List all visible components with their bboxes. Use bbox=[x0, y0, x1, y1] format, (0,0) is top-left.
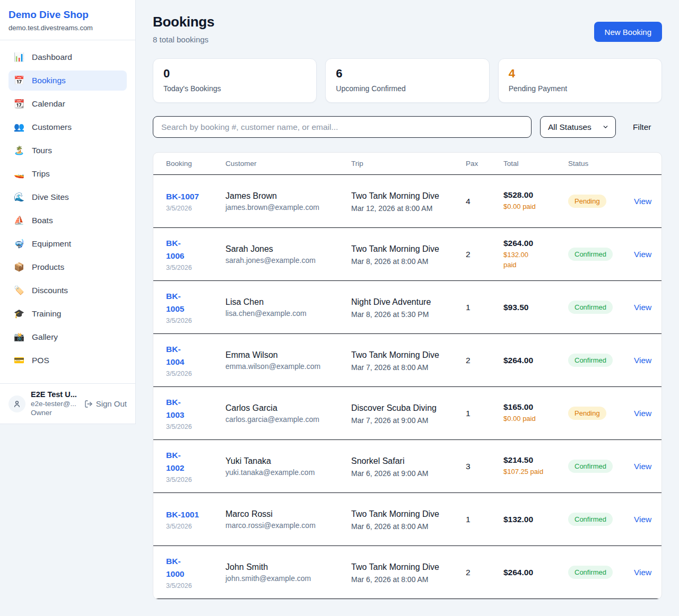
nav-item-icon: 📊 bbox=[13, 53, 25, 61]
actions-cell: View bbox=[634, 197, 651, 206]
customer-email: james.brown@example.com bbox=[225, 203, 351, 212]
search-input[interactable] bbox=[153, 116, 532, 138]
nav-item-icon: 🤿 bbox=[13, 240, 25, 248]
status-cell: Confirmed bbox=[568, 566, 634, 579]
sidebar-user-footer: E2E Test U... e2e-tester@... Owner Sign … bbox=[0, 383, 135, 424]
view-link[interactable]: View bbox=[634, 250, 651, 259]
booking-created-date: 3/5/2026 bbox=[166, 523, 225, 530]
booking-id-link[interactable]: BK-1003 bbox=[166, 396, 184, 421]
nav-item-label: Equipment bbox=[32, 239, 71, 249]
booking-created-date: 3/5/2026 bbox=[166, 205, 225, 212]
nav-item-icon: 🌊 bbox=[13, 193, 25, 201]
sidebar-item-bookings[interactable]: 📅 Bookings bbox=[8, 71, 127, 91]
status-badge: Confirmed bbox=[568, 354, 613, 367]
sidebar-item-equipment[interactable]: 🤿 Equipment bbox=[8, 234, 127, 254]
total-amount: $264.00 bbox=[503, 239, 568, 248]
sidebar-item-pos[interactable]: 💳 POS bbox=[8, 350, 127, 371]
sidebar-item-discounts[interactable]: 🏷️ Discounts bbox=[8, 280, 127, 301]
status-badge: Confirmed bbox=[568, 248, 613, 261]
brand-name: Demo Dive Shop bbox=[8, 9, 127, 21]
customer-cell: Emma Wilson emma.wilson@example.com bbox=[225, 350, 351, 371]
nav-item-icon: 🎓 bbox=[13, 310, 25, 318]
status-cell: Confirmed bbox=[568, 248, 634, 261]
trip-datetime: Mar 8, 2026 at 8:00 AM bbox=[351, 257, 466, 266]
booking-cell: BK-1003 3/5/2026 bbox=[166, 396, 225, 430]
trip-name: Two Tank Morning Dive bbox=[351, 561, 442, 574]
status-cell: Confirmed bbox=[568, 301, 634, 314]
booking-created-date: 3/5/2026 bbox=[166, 370, 225, 377]
actions-cell: View bbox=[634, 303, 651, 312]
new-booking-button[interactable]: New Booking bbox=[594, 22, 662, 42]
view-link[interactable]: View bbox=[634, 356, 651, 365]
filter-button[interactable]: Filter bbox=[624, 122, 659, 132]
view-link[interactable]: View bbox=[634, 197, 651, 206]
sign-out-icon bbox=[84, 400, 93, 408]
column-header-status: Status bbox=[568, 160, 634, 168]
booking-id-link[interactable]: BK-1005 bbox=[166, 290, 184, 315]
total-cell: $214.50 $107.25 paid bbox=[503, 455, 568, 477]
sidebar-item-customers[interactable]: 👥 Customers bbox=[8, 117, 127, 137]
status-cell: Confirmed bbox=[568, 513, 634, 526]
customer-name: Sarah Jones bbox=[225, 244, 351, 254]
booking-created-date: 3/5/2026 bbox=[166, 582, 225, 589]
total-cell: $264.00 bbox=[503, 356, 568, 365]
actions-cell: View bbox=[634, 515, 651, 524]
nav-item-label: Dive Sites bbox=[32, 192, 69, 202]
main-content: Bookings 8 total bookings New Booking 0 … bbox=[136, 0, 679, 600]
customer-cell: Carlos Garcia carlos.garcia@example.com bbox=[225, 403, 351, 424]
status-select[interactable]: All Statuses bbox=[540, 116, 616, 138]
actions-cell: View bbox=[634, 409, 651, 418]
customer-cell: John Smith john.smith@example.com bbox=[225, 562, 351, 583]
booking-id-link[interactable]: BK-1001 bbox=[166, 508, 199, 521]
pax-count: 2 bbox=[466, 250, 503, 259]
total-amount: $264.00 bbox=[503, 568, 568, 577]
booking-id-link[interactable]: BK-1000 bbox=[166, 555, 184, 580]
booking-cell: BK-1007 3/5/2026 bbox=[166, 190, 225, 212]
view-link[interactable]: View bbox=[634, 515, 651, 524]
nav-item-icon: 📅 bbox=[13, 76, 25, 85]
pax-count: 1 bbox=[466, 409, 503, 418]
sidebar-item-boats[interactable]: ⛵ Boats bbox=[8, 210, 127, 231]
sidebar-item-gallery[interactable]: 📸 Gallery bbox=[8, 327, 127, 347]
stat-label: Upcoming Confirmed bbox=[336, 84, 478, 93]
sign-out-button[interactable]: Sign Out bbox=[84, 399, 127, 408]
brand-block: Demo Dive Shop demo.test.divestreams.com bbox=[0, 0, 135, 40]
bookings-table: Booking Customer Trip Pax Total Status B… bbox=[153, 152, 662, 600]
nav-item-icon: 🚤 bbox=[13, 170, 25, 178]
trip-datetime: Mar 12, 2026 at 8:00 AM bbox=[351, 204, 466, 213]
booking-id-link[interactable]: BK-1004 bbox=[166, 343, 184, 368]
customer-email: yuki.tanaka@example.com bbox=[225, 468, 351, 477]
trip-datetime: Mar 6, 2026 at 8:00 AM bbox=[351, 522, 466, 531]
sidebar-item-dashboard[interactable]: 📊 Dashboard bbox=[8, 47, 127, 67]
booking-cell: BK-1004 3/5/2026 bbox=[166, 343, 225, 377]
view-link[interactable]: View bbox=[634, 303, 651, 312]
trip-cell: Two Tank Morning Dive Mar 7, 2026 at 8:0… bbox=[351, 349, 466, 372]
sidebar-item-trips[interactable]: 🚤 Trips bbox=[8, 164, 127, 184]
view-link[interactable]: View bbox=[634, 568, 651, 577]
table-row: BK-1004 3/5/2026 Emma Wilson emma.wilson… bbox=[153, 334, 661, 387]
customer-cell: Sarah Jones sarah.jones@example.com bbox=[225, 244, 351, 265]
booking-id-link[interactable]: BK-1006 bbox=[166, 237, 184, 262]
user-avatar bbox=[8, 395, 25, 412]
user-info: E2E Test U... e2e-tester@... Owner bbox=[31, 390, 77, 417]
sidebar-item-calendar[interactable]: 📆 Calendar bbox=[8, 94, 127, 114]
filters-row: All Statuses Filter bbox=[153, 116, 662, 138]
sidebar-item-products[interactable]: 📦 Products bbox=[8, 257, 127, 277]
trip-cell: Snorkel Safari Mar 6, 2026 at 9:00 AM bbox=[351, 455, 466, 478]
view-link[interactable]: View bbox=[634, 462, 651, 471]
total-amount: $165.00 bbox=[503, 402, 568, 412]
view-link[interactable]: View bbox=[634, 409, 651, 418]
customer-email: emma.wilson@example.com bbox=[225, 362, 351, 371]
sidebar-item-training[interactable]: 🎓 Training bbox=[8, 304, 127, 324]
trip-name: Two Tank Morning Dive bbox=[351, 508, 442, 521]
booking-id-link[interactable]: BK-1007 bbox=[166, 190, 199, 203]
customer-cell: James Brown james.brown@example.com bbox=[225, 191, 351, 212]
booking-cell: BK-1006 3/5/2026 bbox=[166, 237, 225, 271]
pax-count: 3 bbox=[466, 462, 503, 471]
sidebar-item-dive-sites[interactable]: 🌊 Dive Sites bbox=[8, 187, 127, 207]
brand-domain: demo.test.divestreams.com bbox=[8, 24, 127, 32]
sidebar-item-tours[interactable]: 🏝️ Tours bbox=[8, 140, 127, 161]
nav-item-label: Boats bbox=[32, 216, 53, 225]
booking-id-link[interactable]: BK-1002 bbox=[166, 449, 184, 474]
customer-name: James Brown bbox=[225, 191, 351, 201]
